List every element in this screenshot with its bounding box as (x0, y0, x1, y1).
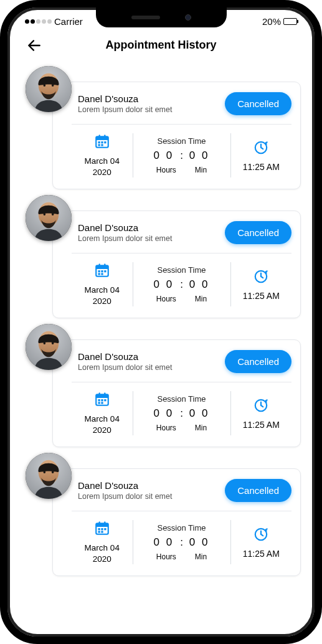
status-badge[interactable]: Cancelled (225, 350, 291, 373)
arrow-left-icon (26, 37, 42, 54)
carrier-label: Carrier (54, 16, 83, 27)
svg-rect-21 (104, 263, 105, 267)
svg-rect-54 (101, 531, 103, 533)
svg-rect-10 (104, 141, 106, 143)
session-duration: 0 0:0 0 (153, 149, 209, 162)
svg-rect-24 (104, 270, 106, 272)
user-subtitle: Lorem Ipsum dolor sit emet (78, 234, 172, 243)
back-button[interactable] (25, 36, 44, 55)
status-badge[interactable]: Cancelled (225, 221, 291, 244)
divider (72, 382, 291, 382)
svg-rect-33 (96, 395, 108, 398)
status-badge[interactable]: Cancelled (225, 92, 291, 115)
svg-rect-52 (104, 528, 106, 530)
svg-point-16 (43, 213, 45, 215)
appointment-list[interactable]: Danel D'souza Lorem Ipsum dolor sit emet… (12, 58, 310, 632)
svg-rect-25 (98, 273, 100, 275)
user-name: Danel D'souza (78, 222, 172, 233)
user-subtitle: Lorem Ipsum dolor sit emet (78, 105, 172, 114)
status-badge[interactable]: Cancelled (225, 479, 291, 502)
calendar-icon (94, 133, 110, 152)
appointment-card[interactable]: Danel D'souza Lorem Ipsum dolor sit emet… (52, 82, 301, 189)
session-time-label: Session Time (157, 523, 206, 533)
divider (72, 511, 291, 511)
appointment-card[interactable]: Danel D'souza Lorem Ipsum dolor sit emet… (52, 339, 301, 447)
svg-rect-40 (101, 402, 103, 404)
clock-icon (253, 140, 269, 158)
appointment-date: March 042020 (85, 414, 120, 435)
appointment-card[interactable]: Danel D'souza Lorem Ipsum dolor sit emet… (52, 468, 301, 576)
appointment-time: 11:25 AM (243, 549, 280, 559)
calendar-icon (94, 391, 110, 410)
svg-rect-6 (98, 135, 100, 138)
svg-point-44 (43, 471, 45, 474)
avatar (26, 324, 72, 370)
svg-rect-26 (101, 273, 103, 275)
svg-rect-8 (98, 141, 100, 143)
appointment-time: 11:25 AM (243, 420, 280, 430)
session-duration: 0 0:0 0 (153, 536, 209, 549)
svg-rect-53 (98, 531, 100, 533)
svg-rect-22 (98, 270, 100, 272)
svg-point-30 (43, 342, 45, 344)
svg-rect-9 (101, 141, 103, 143)
duration-units: HoursMin (156, 424, 207, 432)
appointment-card[interactable]: Danel D'souza Lorem Ipsum dolor sit emet… (52, 211, 301, 318)
user-name: Danel D'souza (78, 480, 172, 491)
calendar-icon (94, 520, 110, 539)
svg-rect-37 (101, 399, 103, 401)
appointment-time: 11:25 AM (243, 291, 280, 301)
signal-icon (25, 19, 52, 24)
appointment-date: March 042020 (85, 542, 120, 564)
svg-rect-38 (104, 399, 106, 401)
clock-icon (253, 268, 269, 287)
user-name: Danel D'souza (78, 351, 172, 362)
svg-rect-34 (98, 392, 100, 395)
user-subtitle: Lorem Ipsum dolor sit emet (78, 492, 172, 501)
svg-rect-11 (98, 144, 100, 146)
avatar (26, 453, 72, 499)
calendar-icon (94, 262, 110, 281)
svg-rect-23 (101, 270, 103, 272)
svg-point-17 (52, 213, 54, 215)
session-duration: 0 0:0 0 (153, 278, 209, 291)
svg-rect-19 (96, 266, 108, 269)
svg-rect-36 (98, 399, 100, 401)
user-name: Danel D'souza (78, 93, 172, 104)
user-subtitle: Lorem Ipsum dolor sit emet (78, 363, 172, 372)
appointment-date: March 042020 (85, 156, 120, 178)
svg-rect-51 (101, 528, 103, 530)
appointment-time: 11:25 AM (243, 162, 280, 172)
divider (72, 253, 291, 253)
svg-rect-35 (104, 392, 105, 395)
svg-point-31 (52, 342, 54, 344)
svg-rect-50 (98, 528, 100, 530)
battery-icon (283, 18, 297, 25)
duration-units: HoursMin (156, 295, 207, 303)
svg-rect-7 (104, 135, 105, 138)
clock-icon (253, 526, 269, 545)
svg-point-3 (52, 84, 54, 87)
svg-rect-39 (98, 402, 100, 404)
svg-rect-48 (98, 521, 100, 524)
svg-point-45 (52, 471, 54, 474)
svg-rect-5 (96, 136, 108, 140)
svg-point-2 (43, 84, 45, 87)
svg-rect-47 (96, 524, 108, 527)
page-title: Appointment History (106, 39, 217, 52)
clock-icon (253, 397, 269, 416)
app-header: Appointment History (12, 30, 310, 58)
svg-rect-49 (104, 521, 105, 524)
duration-units: HoursMin (156, 166, 207, 174)
svg-rect-20 (98, 263, 100, 267)
session-time-label: Session Time (157, 136, 206, 146)
session-time-label: Session Time (157, 265, 206, 275)
svg-rect-12 (101, 144, 103, 146)
avatar (26, 195, 72, 241)
duration-units: HoursMin (156, 552, 207, 561)
divider (72, 124, 291, 125)
session-duration: 0 0:0 0 (153, 407, 209, 420)
battery-percent: 20% (262, 16, 281, 27)
appointment-date: March 042020 (85, 285, 120, 306)
avatar (26, 66, 72, 112)
